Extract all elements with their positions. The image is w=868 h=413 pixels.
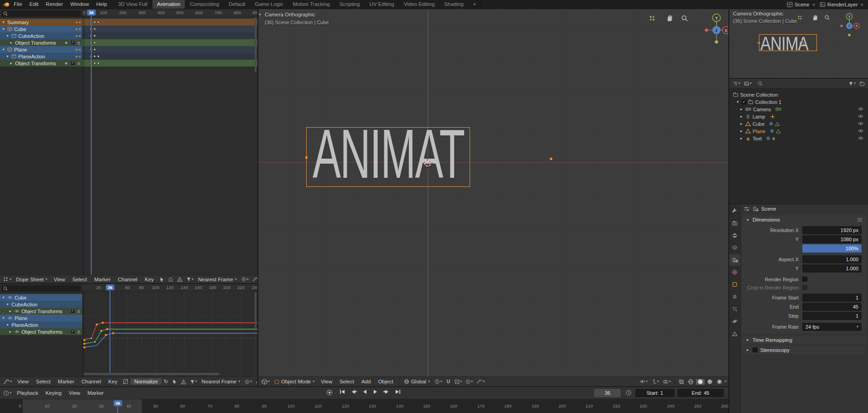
camera-data-icon[interactable] bbox=[775, 107, 781, 112]
mode-dropdown[interactable]: Object Mode▾ bbox=[272, 379, 317, 384]
frame-end-field[interactable]: 45 bbox=[802, 303, 862, 311]
resolution-x-field[interactable]: 1920 px bbox=[802, 226, 862, 234]
channel-search-input[interactable] bbox=[1, 10, 81, 17]
scene-selector[interactable]: Scene × bbox=[787, 2, 816, 7]
expand-icon[interactable]: ▸ bbox=[8, 309, 12, 313]
toolbar-expand-icon[interactable]: ▸ bbox=[259, 12, 261, 16]
frame-start-field[interactable]: Start: 1 bbox=[635, 389, 675, 397]
transform-orientation-dropdown[interactable]: Global▾ bbox=[402, 379, 432, 384]
graph-ruler[interactable]: 20 60 80 100 120 140 160 180 200 220 240… bbox=[82, 284, 257, 291]
object-origin-dot[interactable] bbox=[549, 157, 553, 160]
scene-close-icon[interactable]: × bbox=[811, 2, 816, 7]
current-frame-badge[interactable]: 36 bbox=[106, 284, 115, 290]
menu-select[interactable]: Select bbox=[69, 277, 90, 282]
text-object[interactable]: ANIMA bbox=[760, 34, 816, 51]
channel-enable-checkbox[interactable]: ✓ bbox=[70, 61, 75, 66]
tab-object-icon[interactable] bbox=[731, 281, 738, 288]
pivot-point-dropdown[interactable]: ▾ bbox=[433, 379, 444, 384]
tab-motion-tracking[interactable]: Motion Tracking bbox=[288, 0, 335, 9]
editor-type-button[interactable]: ▾ bbox=[260, 379, 271, 385]
text-object[interactable]: ANIMAT bbox=[313, 119, 471, 187]
menu-playback[interactable]: Playback bbox=[14, 390, 42, 396]
channel-planeaction[interactable]: ▾ PlaneAction bbox=[0, 321, 82, 328]
channel-cubeaction[interactable]: ▾ CubeAction bbox=[0, 301, 82, 308]
eye-icon[interactable] bbox=[14, 309, 20, 313]
menu-marker[interactable]: Marker bbox=[91, 277, 114, 282]
presets-icon[interactable] bbox=[857, 217, 863, 222]
play-button[interactable] bbox=[371, 389, 380, 395]
normalize-button[interactable]: Normalize bbox=[131, 378, 162, 385]
snap-mode-dropdown[interactable]: Nearest Frame▾ bbox=[196, 277, 239, 282]
expand-icon[interactable]: ▾ bbox=[5, 54, 10, 58]
show-hidden-toggle[interactable] bbox=[167, 277, 175, 282]
options-grid-icon[interactable] bbox=[648, 15, 656, 22]
tab-default[interactable]: Default bbox=[224, 0, 250, 9]
channel-search-input[interactable] bbox=[1, 285, 81, 292]
search-icon[interactable] bbox=[758, 81, 763, 86]
outliner-row-collection-1[interactable]: ▾ ✓ Collection 1 bbox=[736, 98, 781, 105]
new-collection-button[interactable] bbox=[858, 81, 866, 86]
outliner-row-cube[interactable]: ▸ Cube ⚙ bbox=[739, 120, 780, 127]
lock-icon[interactable] bbox=[77, 309, 81, 314]
only-errors-toggle[interactable] bbox=[176, 277, 184, 282]
time-remapping-panel[interactable]: ▸ Time Remapping bbox=[742, 336, 866, 344]
filter-dropdown[interactable]: ▾ bbox=[188, 379, 199, 384]
tab-3d-view-full[interactable]: 3D View Full bbox=[114, 0, 152, 9]
eye-icon[interactable] bbox=[14, 330, 20, 334]
expand-icon[interactable]: ▾ bbox=[1, 20, 5, 24]
pan-hand-icon[interactable] bbox=[811, 14, 818, 21]
expand-icon[interactable]: ▾ bbox=[1, 316, 5, 320]
auto-normalize-refresh-button[interactable]: ↻ bbox=[162, 378, 170, 385]
panel-expand-icon[interactable]: ▸ bbox=[746, 338, 750, 342]
jump-to-end-button[interactable] bbox=[393, 389, 403, 395]
renderlayer-selector[interactable]: RenderLayer × bbox=[820, 2, 864, 7]
menu-add[interactable]: Add bbox=[358, 379, 374, 384]
lock-icon[interactable] bbox=[77, 41, 81, 45]
navigation-gizmo[interactable]: Y X Z bbox=[703, 12, 728, 47]
dope-sheet-ruler[interactable]: 0 100 200 300 400 500 600 700 800 900 36 bbox=[82, 9, 257, 16]
dimensions-panel-header[interactable]: ▾ Dimensions bbox=[742, 215, 866, 224]
channel-plane[interactable]: ▾ Plane bbox=[0, 315, 82, 321]
channel-planeaction[interactable]: ▾ PlaneAction bbox=[0, 53, 82, 60]
tab-compositing[interactable]: Compositing bbox=[185, 0, 224, 9]
outliner-row-plane[interactable]: ▸ Plane ⚙ bbox=[739, 128, 781, 134]
xray-toggle[interactable] bbox=[677, 379, 685, 384]
tab-game-logic[interactable]: Game Logic bbox=[250, 0, 288, 9]
stereoscopy-checkbox[interactable] bbox=[753, 347, 758, 352]
modifier-icon[interactable]: ⚙ bbox=[766, 136, 770, 141]
shading-rendered-button[interactable] bbox=[715, 379, 724, 385]
only-selected-toggle[interactable] bbox=[158, 277, 166, 282]
menu-view[interactable]: View bbox=[51, 277, 68, 282]
vertical-scrollbar[interactable] bbox=[255, 17, 256, 72]
fcurve-plot[interactable] bbox=[82, 291, 257, 377]
resolution-percentage-slider[interactable]: 100% bbox=[802, 244, 862, 253]
channel-object-transforms[interactable]: ▸ Object Transforms ✓ bbox=[0, 308, 82, 315]
tab-view-layer-icon[interactable] bbox=[731, 244, 738, 251]
hide-eye-icon[interactable] bbox=[858, 121, 864, 126]
expand-icon[interactable]: ▸ bbox=[739, 107, 743, 111]
jump-to-start-button[interactable] bbox=[338, 389, 347, 395]
hide-eye-icon[interactable] bbox=[858, 107, 864, 111]
frame-start-field[interactable]: 1 bbox=[802, 294, 862, 302]
renderlayer-close-icon[interactable]: × bbox=[860, 2, 864, 7]
vertical-scrollbar[interactable] bbox=[255, 292, 256, 329]
gizmos-dropdown[interactable]: ▾ bbox=[650, 379, 660, 384]
properties-editor-icon[interactable] bbox=[744, 206, 750, 212]
channel-cube[interactable]: ▾ Cube bbox=[0, 294, 82, 301]
frame-end-field[interactable]: End: 45 bbox=[677, 389, 724, 397]
horizontal-scrollbar[interactable] bbox=[84, 373, 220, 375]
menu-help[interactable]: Help bbox=[93, 0, 111, 9]
graph-curve-area[interactable]: 20 60 80 100 120 140 160 180 200 220 240… bbox=[82, 284, 257, 377]
visibility-dropdown[interactable]: ▾ bbox=[638, 379, 649, 384]
falloff-dropdown[interactable]: ▾ bbox=[475, 379, 486, 384]
proportional-edit-dropdown[interactable]: ▾ bbox=[464, 379, 474, 384]
render-region-checkbox[interactable] bbox=[802, 277, 807, 282]
channel-enable-checkbox[interactable]: ✓ bbox=[70, 309, 75, 314]
interpolation-dropdown[interactable]: ▾ bbox=[251, 277, 257, 282]
proportional-edit-dropdown[interactable]: ▾ bbox=[240, 277, 250, 282]
resolution-y-field[interactable]: 1080 px bbox=[802, 235, 862, 243]
tab-scripting[interactable]: Scripting bbox=[335, 0, 365, 9]
shading-material-button[interactable] bbox=[706, 379, 714, 385]
only-errors-toggle[interactable] bbox=[179, 379, 188, 384]
tab-modifiers-icon[interactable]: ⚙ bbox=[731, 293, 738, 300]
